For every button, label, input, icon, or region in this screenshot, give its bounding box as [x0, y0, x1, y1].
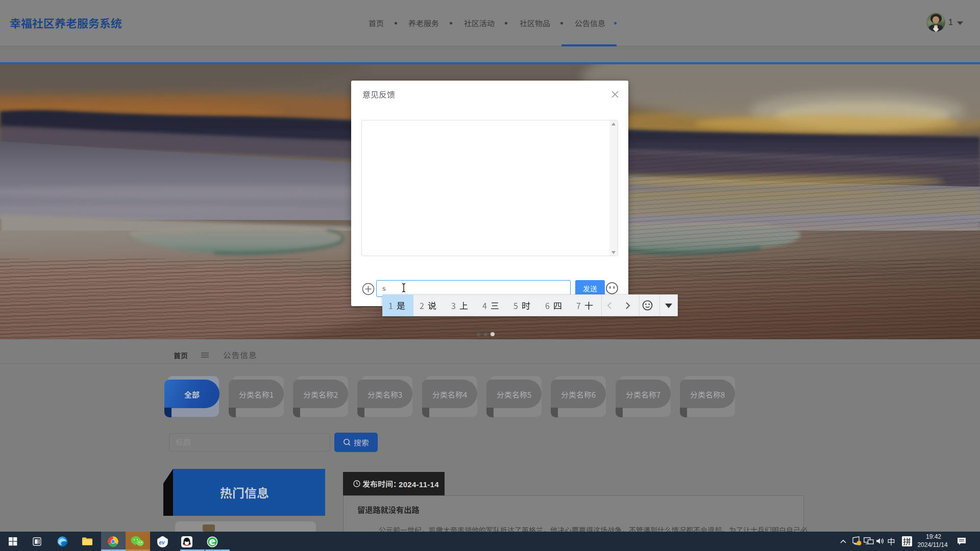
svg-text:ev: ev — [159, 540, 166, 545]
